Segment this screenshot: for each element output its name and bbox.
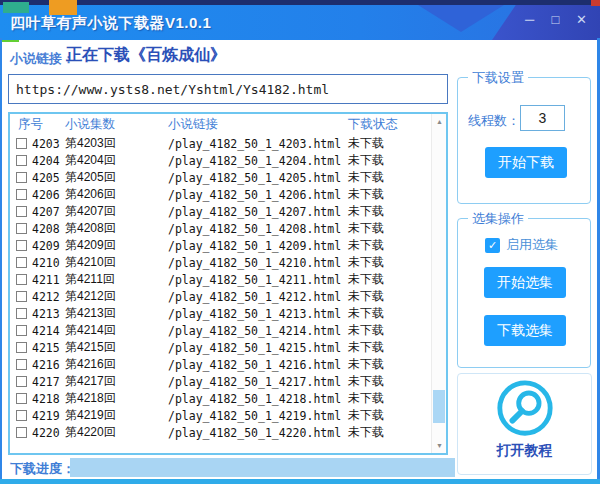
table-row[interactable]: 4220 第4220回 /play_4182_50_1_4220.html 未下… [10, 424, 446, 441]
table-row[interactable]: 4216 第4216回 /play_4182_50_1_4216.html 未下… [10, 356, 446, 373]
table-row[interactable]: 4212 第4212回 /play_4182_50_1_4212.html 未下… [10, 288, 446, 305]
row-episode: 第4214回 [60, 322, 163, 339]
start-selection-button[interactable]: 开始选集 [484, 267, 566, 298]
row-episode: 第4212回 [60, 288, 163, 305]
row-link: /play_4182_50_1_4219.html [163, 409, 343, 423]
row-episode: 第4213回 [60, 305, 163, 322]
scroll-down-icon[interactable]: ▼ [432, 442, 447, 449]
row-checkbox[interactable] [16, 342, 27, 353]
window-border-left [0, 38, 2, 484]
window-border-bottom [0, 479, 600, 484]
selection-operations-group: 选集操作 ✓ 启用选集 开始选集 下载选集 [457, 218, 591, 368]
row-checkbox[interactable] [16, 291, 27, 302]
row-number: 4207 [32, 205, 60, 219]
row-number: 4205 [32, 171, 60, 185]
table-scrollbar[interactable]: ▲ ▼ [431, 114, 446, 453]
row-number: 4210 [32, 256, 60, 270]
progress-bar [70, 458, 455, 477]
table-row[interactable]: 4209 第4209回 /play_4182_50_1_4209.html 未下… [10, 237, 446, 254]
table-row[interactable]: 4218 第4218回 /play_4182_50_1_4218.html 未下… [10, 390, 446, 407]
row-episode: 第4211回 [60, 271, 163, 288]
download-status-text: 正在下载《百炼成仙》 [66, 45, 226, 66]
green-square-decoration [3, 2, 29, 13]
row-link: /play_4182_50_1_4212.html [163, 290, 343, 304]
table-row[interactable]: 4206 第4206回 /play_4182_50_1_4206.html 未下… [10, 186, 446, 203]
row-checkbox[interactable] [16, 138, 27, 149]
row-link: /play_4182_50_1_4208.html [163, 222, 343, 236]
row-checkbox[interactable] [16, 393, 27, 404]
magnifier-icon [494, 378, 556, 440]
row-number: 4214 [32, 324, 60, 338]
table-row[interactable]: 4204 第4204回 /play_4182_50_1_4204.html 未下… [10, 152, 446, 169]
row-episode: 第4219回 [60, 407, 163, 424]
row-checkbox[interactable] [16, 376, 27, 387]
window-controls: ─ □ ✕ [521, 10, 590, 29]
maximize-icon[interactable]: □ [547, 10, 564, 29]
minimize-icon[interactable]: ─ [521, 10, 538, 29]
open-tutorial-button[interactable]: 打开教程 [457, 373, 592, 475]
row-link: /play_4182_50_1_4205.html [163, 171, 343, 185]
table-row[interactable]: 4219 第4219回 /play_4182_50_1_4219.html 未下… [10, 407, 446, 424]
row-episode: 第4205回 [60, 169, 163, 186]
selection-operations-title: 选集操作 [468, 210, 528, 228]
scroll-up-icon[interactable]: ▲ [432, 118, 447, 125]
row-number: 4212 [32, 290, 60, 304]
row-checkbox[interactable] [16, 172, 27, 183]
row-checkbox[interactable] [16, 274, 27, 285]
row-episode: 第4217回 [60, 373, 163, 390]
row-checkbox[interactable] [16, 257, 27, 268]
table-row[interactable]: 4214 第4214回 /play_4182_50_1_4214.html 未下… [10, 322, 446, 339]
row-checkbox[interactable] [16, 240, 27, 251]
row-link: /play_4182_50_1_4203.html [163, 137, 343, 151]
row-checkbox[interactable] [16, 308, 27, 319]
table-row[interactable]: 4211 第4211回 /play_4182_50_1_4211.html 未下… [10, 271, 446, 288]
row-number: 4219 [32, 409, 60, 423]
column-header-number: 序号 [10, 116, 60, 133]
titlebar-red-corner-decoration [591, 0, 600, 6]
table-row[interactable]: 4205 第4205回 /play_4182_50_1_4205.html 未下… [10, 169, 446, 186]
table-row[interactable]: 4203 第4203回 /play_4182_50_1_4203.html 未下… [10, 135, 446, 152]
row-checkbox[interactable] [16, 223, 27, 234]
row-link: /play_4182_50_1_4218.html [163, 392, 343, 406]
row-checkbox[interactable] [16, 155, 27, 166]
download-selection-button[interactable]: 下载选集 [484, 315, 566, 346]
row-episode: 第4208回 [60, 220, 163, 237]
title-bar[interactable]: 四叶草有声小说下载器V1.0.1 ─ □ ✕ [0, 0, 600, 40]
progress-label: 下载进度： [10, 460, 75, 478]
orange-square-decoration [49, 0, 77, 15]
start-download-button[interactable]: 开始下载 [485, 147, 567, 178]
row-checkbox[interactable] [16, 325, 27, 336]
row-link: /play_4182_50_1_4210.html [163, 256, 343, 270]
row-episode: 第4209回 [60, 237, 163, 254]
episode-table: 序号 小说集数 小说链接 下载状态 4203 第4203回 /play_4182… [8, 112, 448, 455]
row-link: /play_4182_50_1_4206.html [163, 188, 343, 202]
row-checkbox[interactable] [16, 410, 27, 421]
thread-count-input[interactable] [520, 105, 565, 131]
row-episode: 第4207回 [60, 203, 163, 220]
download-settings-title: 下载设置 [468, 69, 528, 87]
table-row[interactable]: 4217 第4217回 /play_4182_50_1_4217.html 未下… [10, 373, 446, 390]
table-row[interactable]: 4208 第4208回 /play_4182_50_1_4208.html 未下… [10, 220, 446, 237]
row-checkbox[interactable] [16, 189, 27, 200]
row-number: 4216 [32, 358, 60, 372]
row-link: /play_4182_50_1_4211.html [163, 273, 343, 287]
close-icon[interactable]: ✕ [573, 10, 590, 29]
row-episode: 第4210回 [60, 254, 163, 271]
row-link: /play_4182_50_1_4220.html [163, 426, 343, 440]
novel-url-input[interactable] [8, 74, 448, 104]
table-row[interactable]: 4210 第4210回 /play_4182_50_1_4210.html 未下… [10, 254, 446, 271]
row-link: /play_4182_50_1_4214.html [163, 324, 343, 338]
table-row[interactable]: 4213 第4213回 /play_4182_50_1_4213.html 未下… [10, 305, 446, 322]
row-checkbox[interactable] [16, 427, 27, 438]
table-row[interactable]: 4207 第4207回 /play_4182_50_1_4207.html 未下… [10, 203, 446, 220]
row-episode: 第4216回 [60, 356, 163, 373]
row-checkbox[interactable] [16, 359, 27, 370]
enable-selection-row: ✓ 启用选集 [485, 236, 558, 254]
table-row[interactable]: 4215 第4215回 /play_4182_50_1_4215.html 未下… [10, 339, 446, 356]
row-number: 4208 [32, 222, 60, 236]
enable-selection-checkbox[interactable]: ✓ [485, 238, 500, 253]
row-link: /play_4182_50_1_4216.html [163, 358, 343, 372]
row-checkbox[interactable] [16, 206, 27, 217]
row-number: 4220 [32, 426, 60, 440]
scrollbar-thumb[interactable] [433, 390, 445, 423]
